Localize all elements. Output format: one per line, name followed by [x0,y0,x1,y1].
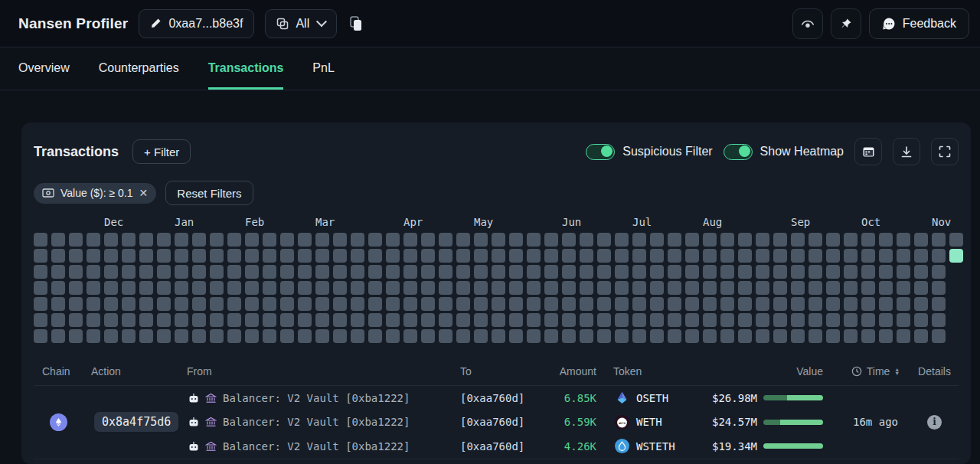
heatmap-cell[interactable] [403,233,417,247]
heatmap-cell[interactable] [333,233,347,247]
heatmap-cell[interactable] [492,265,505,279]
heatmap-cell[interactable] [245,297,259,311]
tab-transactions[interactable]: Transactions [208,47,284,90]
heatmap-cell[interactable] [263,281,276,295]
heatmap-cell[interactable] [580,265,593,279]
heatmap-cell[interactable] [844,249,858,263]
heatmap-cell[interactable] [104,233,118,247]
action-badge[interactable]: 0x8a4f75d6 [94,412,178,432]
heatmap-cell[interactable] [632,233,646,247]
heatmap-cell[interactable] [844,281,858,295]
heatmap-cell[interactable] [597,281,611,295]
heatmap-cell[interactable] [69,249,83,263]
heatmap-cell[interactable] [368,233,382,247]
heatmap-cell[interactable] [439,281,452,295]
heatmap-cell[interactable] [474,249,488,263]
heatmap-cell[interactable] [773,265,787,279]
heatmap-cell[interactable] [650,265,664,279]
heatmap-cell[interactable] [34,249,47,263]
heatmap-cell[interactable] [897,233,910,247]
heatmap-cell[interactable] [157,313,171,327]
heatmap-cell[interactable] [756,329,769,343]
heatmap-cell[interactable] [263,265,276,279]
table-row[interactable]: 0x8a4f75d6 Balancer: V2 Vault [0xba1222] [34,386,959,459]
heatmap-cell[interactable] [879,297,893,311]
heatmap-cell[interactable] [368,313,382,327]
heatmap-cell[interactable] [914,265,928,279]
heatmap-cell[interactable] [773,329,787,343]
heatmap-cell[interactable] [421,265,435,279]
heatmap-cell[interactable] [87,281,100,295]
heatmap-cell[interactable] [597,329,611,343]
heatmap-cell[interactable] [456,281,470,295]
heatmap-cell[interactable] [703,297,717,311]
heatmap-cell[interactable] [122,329,136,343]
heatmap-cell[interactable] [527,249,541,263]
heatmap-cell[interactable] [703,233,717,247]
heatmap-cell[interactable] [580,249,593,263]
heatmap-cell[interactable] [509,297,523,311]
heatmap-cell[interactable] [456,297,470,311]
heatmap-cell[interactable] [738,249,752,263]
heatmap-cell[interactable] [808,329,822,343]
heatmap-cell[interactable] [650,281,664,295]
heatmap-cell[interactable] [192,233,206,247]
heatmap-cell[interactable] [421,233,435,247]
heatmap-cell[interactable] [897,281,910,295]
heatmap-cell[interactable] [562,233,576,247]
heatmap-cell[interactable] [632,265,646,279]
heatmap-cell[interactable] [315,233,329,247]
heatmap-cell[interactable] [844,233,858,247]
heatmap-cell[interactable] [756,249,769,263]
tab-counterparties[interactable]: Counterparties [99,47,179,90]
show-heatmap-toggle[interactable]: Show Heatmap [724,144,844,160]
heatmap-cell[interactable] [703,265,717,279]
heatmap-cell[interactable] [439,329,452,343]
heatmap-cell[interactable] [280,281,294,295]
add-filter-button[interactable]: + Filter [132,139,191,164]
heatmap-cell[interactable] [474,281,488,295]
heatmap-cell[interactable] [632,249,646,263]
heatmap-cell[interactable] [157,249,171,263]
heatmap-cell[interactable] [844,313,858,327]
heatmap-cell[interactable] [474,265,488,279]
heatmap-cell[interactable] [333,313,347,327]
heatmap-cell[interactable] [879,281,893,295]
heatmap-cell[interactable] [897,313,910,327]
heatmap-cell[interactable] [192,329,206,343]
heatmap-cell[interactable] [439,249,452,263]
heatmap-cell[interactable] [932,233,946,247]
col-action[interactable]: Action [83,365,178,377]
heatmap-cell[interactable] [650,329,664,343]
heatmap-cell[interactable] [175,281,188,295]
heatmap-cell[interactable] [544,329,558,343]
heatmap-cell[interactable] [914,297,928,311]
heatmap-cell[interactable] [492,297,505,311]
heatmap-cell[interactable] [263,249,276,263]
heatmap-cell[interactable] [368,281,382,295]
heatmap-cell[interactable] [791,265,805,279]
heatmap-cell[interactable] [227,329,241,343]
heatmap-cell[interactable] [122,281,136,295]
heatmap-cell[interactable] [439,297,452,311]
heatmap-cell[interactable] [773,281,787,295]
heatmap-cell[interactable] [685,281,699,295]
heatmap-cell[interactable] [175,313,188,327]
heatmap-cell[interactable] [386,313,400,327]
heatmap-cell[interactable] [87,233,100,247]
heatmap-cell[interactable] [738,233,752,247]
heatmap-cell[interactable] [227,297,241,311]
heatmap-cell[interactable] [87,265,100,279]
heatmap-cell[interactable] [245,313,259,327]
heatmap-cell[interactable] [315,297,329,311]
heatmap-cell[interactable] [861,233,875,247]
heatmap-cell[interactable] [403,265,417,279]
date-range-button[interactable] [854,138,882,165]
heatmap-cell[interactable] [703,313,717,327]
heatmap-cell[interactable] [615,297,629,311]
heatmap-cell[interactable] [879,233,893,247]
heatmap-cell[interactable] [844,297,858,311]
heatmap-cell[interactable] [333,249,347,263]
heatmap-cell[interactable] [773,297,787,311]
heatmap-cell[interactable] [474,297,488,311]
